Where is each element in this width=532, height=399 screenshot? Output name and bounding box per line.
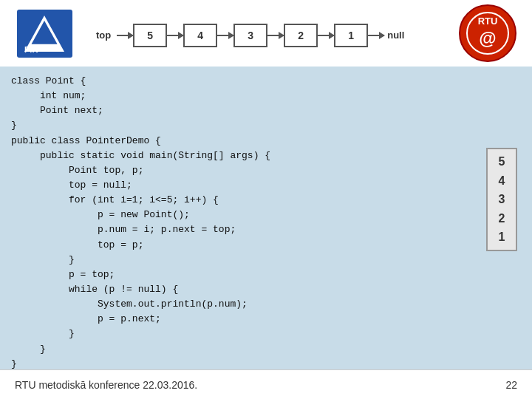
- page-number: 22: [505, 379, 517, 391]
- node-4: 4: [183, 24, 217, 47]
- node-3: 3: [233, 24, 267, 47]
- conference-text: RTU metodiskā konference 22.03.2016.: [15, 379, 197, 391]
- arrow-3: [267, 35, 284, 36]
- top-arrow: [117, 35, 133, 36]
- linked-list-diagram: top 5 4: [96, 7, 436, 63]
- stack-item-4: 4: [499, 171, 505, 191]
- stack-item-3: 3: [499, 190, 505, 209]
- svg-text:@: @: [479, 28, 496, 48]
- top-label: top: [96, 30, 111, 41]
- pik-logo: PiK: [15, 7, 74, 59]
- bottom-bar: RTU metodiskā konference 22.03.2016. 22: [0, 369, 532, 399]
- list-nodes: 5 4 3: [133, 24, 404, 47]
- arrow-5: [368, 35, 384, 36]
- node-2: 2: [284, 24, 318, 47]
- null-label: null: [387, 30, 404, 41]
- stack-item-5: 5: [499, 152, 505, 171]
- code-block: class Point { int num; Point next; } pub…: [11, 70, 521, 366]
- svg-text:RTU: RTU: [478, 16, 498, 27]
- stack-item-1: 1: [499, 228, 505, 247]
- slide: PiK top 5 4: [0, 0, 532, 399]
- arrow-1: [167, 35, 183, 36]
- node-5: 5: [133, 24, 167, 47]
- arrow-2: [217, 35, 233, 36]
- top-bar: PiK top 5 4: [0, 0, 532, 66]
- node-1: 1: [334, 24, 368, 47]
- rtu-logo: RTU @: [454, 4, 521, 63]
- stack-item-2: 2: [499, 209, 505, 228]
- code-area: class Point { int num; Point next; } pub…: [11, 70, 521, 366]
- svg-text:PiK: PiK: [24, 45, 38, 54]
- stack-box: 5 4 3 2 1: [486, 148, 517, 251]
- arrow-line: [117, 35, 133, 36]
- arrow-4: [318, 35, 334, 36]
